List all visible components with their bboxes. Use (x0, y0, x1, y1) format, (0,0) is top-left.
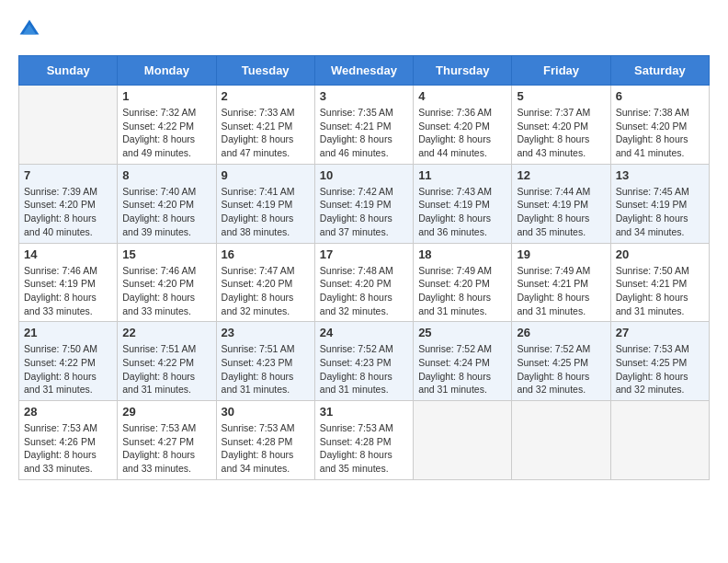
calendar-cell: 20Sunrise: 7:50 AMSunset: 4:21 PMDayligh… (610, 243, 709, 322)
day-info: Sunrise: 7:53 AMSunset: 4:28 PMDaylight:… (222, 421, 310, 476)
day-info: Sunrise: 7:46 AMSunset: 4:19 PMDaylight:… (24, 264, 112, 318)
logo-icon (18, 18, 40, 40)
day-info: Sunrise: 7:53 AMSunset: 4:26 PMDaylight:… (24, 421, 112, 476)
calendar-cell: 19Sunrise: 7:49 AMSunset: 4:21 PMDayligh… (512, 243, 610, 322)
day-info: Sunrise: 7:50 AMSunset: 4:21 PMDaylight:… (616, 264, 704, 318)
day-number: 9 (222, 168, 310, 182)
calendar-cell: 17Sunrise: 7:48 AMSunset: 4:20 PMDayligh… (314, 243, 413, 322)
day-number: 23 (222, 326, 310, 339)
calendar-cell: 27Sunrise: 7:53 AMSunset: 4:25 PMDayligh… (610, 322, 709, 401)
day-info: Sunrise: 7:47 AMSunset: 4:20 PMDaylight:… (222, 264, 310, 318)
day-info: Sunrise: 7:53 AMSunset: 4:25 PMDaylight:… (616, 342, 704, 396)
day-info: Sunrise: 7:36 AMSunset: 4:20 PMDaylight:… (418, 106, 506, 160)
day-number: 14 (24, 247, 112, 261)
calendar-cell: 31Sunrise: 7:53 AMSunset: 4:28 PMDayligh… (314, 401, 413, 480)
calendar-cell: 3Sunrise: 7:35 AMSunset: 4:21 PMDaylight… (314, 86, 413, 165)
calendar-cell (610, 401, 709, 480)
day-info: Sunrise: 7:39 AMSunset: 4:20 PMDaylight:… (24, 185, 112, 239)
logo (18, 18, 44, 40)
calendar-cell: 18Sunrise: 7:49 AMSunset: 4:20 PMDayligh… (414, 243, 512, 322)
calendar-cell: 25Sunrise: 7:52 AMSunset: 4:24 PMDayligh… (414, 322, 512, 401)
day-number: 30 (222, 405, 310, 419)
day-info: Sunrise: 7:50 AMSunset: 4:22 PMDaylight:… (24, 342, 112, 396)
calendar-cell: 5Sunrise: 7:37 AMSunset: 4:20 PMDaylight… (512, 86, 610, 165)
calendar-week-row: 28Sunrise: 7:53 AMSunset: 4:26 PMDayligh… (19, 401, 710, 480)
day-number: 16 (222, 247, 310, 261)
day-info: Sunrise: 7:43 AMSunset: 4:19 PMDaylight:… (418, 185, 506, 239)
day-info: Sunrise: 7:52 AMSunset: 4:25 PMDaylight:… (517, 342, 605, 396)
day-number: 17 (320, 247, 408, 261)
calendar-table: SundayMondayTuesdayWednesdayThursdayFrid… (18, 55, 710, 480)
day-number: 1 (122, 89, 210, 103)
day-info: Sunrise: 7:53 AMSunset: 4:28 PMDaylight:… (320, 421, 408, 476)
day-number: 19 (517, 247, 605, 261)
calendar-cell: 6Sunrise: 7:38 AMSunset: 4:20 PMDaylight… (610, 86, 709, 165)
calendar-week-row: 1Sunrise: 7:32 AMSunset: 4:22 PMDaylight… (19, 86, 710, 165)
day-info: Sunrise: 7:52 AMSunset: 4:24 PMDaylight:… (418, 342, 506, 396)
calendar-cell: 28Sunrise: 7:53 AMSunset: 4:26 PMDayligh… (19, 401, 118, 480)
day-info: Sunrise: 7:49 AMSunset: 4:20 PMDaylight:… (418, 264, 506, 318)
day-number: 2 (222, 89, 310, 103)
calendar-cell: 11Sunrise: 7:43 AMSunset: 4:19 PMDayligh… (414, 164, 512, 243)
day-number: 25 (418, 326, 506, 339)
calendar-cell (414, 401, 512, 480)
calendar-cell: 1Sunrise: 7:32 AMSunset: 4:22 PMDaylight… (118, 86, 216, 165)
day-info: Sunrise: 7:52 AMSunset: 4:23 PMDaylight:… (320, 342, 408, 396)
calendar-cell: 9Sunrise: 7:41 AMSunset: 4:19 PMDaylight… (216, 164, 314, 243)
calendar-week-row: 7Sunrise: 7:39 AMSunset: 4:20 PMDaylight… (19, 164, 710, 243)
calendar-cell: 26Sunrise: 7:52 AMSunset: 4:25 PMDayligh… (512, 322, 610, 401)
calendar-week-row: 14Sunrise: 7:46 AMSunset: 4:19 PMDayligh… (19, 243, 710, 322)
day-number: 10 (320, 168, 408, 182)
calendar-cell: 4Sunrise: 7:36 AMSunset: 4:20 PMDaylight… (414, 86, 512, 165)
day-number: 13 (616, 168, 704, 182)
day-info: Sunrise: 7:44 AMSunset: 4:19 PMDaylight:… (517, 185, 605, 239)
day-info: Sunrise: 7:48 AMSunset: 4:20 PMDaylight:… (320, 264, 408, 318)
day-of-week-header: Saturday (610, 56, 709, 86)
day-of-week-header: Thursday (414, 56, 512, 86)
calendar-cell: 16Sunrise: 7:47 AMSunset: 4:20 PMDayligh… (216, 243, 314, 322)
calendar-cell: 24Sunrise: 7:52 AMSunset: 4:23 PMDayligh… (314, 322, 413, 401)
day-number: 12 (517, 168, 605, 182)
calendar-cell: 12Sunrise: 7:44 AMSunset: 4:19 PMDayligh… (512, 164, 610, 243)
day-of-week-header: Sunday (19, 56, 118, 86)
day-info: Sunrise: 7:42 AMSunset: 4:19 PMDaylight:… (320, 185, 408, 239)
calendar-cell: 15Sunrise: 7:46 AMSunset: 4:20 PMDayligh… (118, 243, 216, 322)
day-info: Sunrise: 7:46 AMSunset: 4:20 PMDaylight:… (122, 264, 210, 318)
day-info: Sunrise: 7:45 AMSunset: 4:19 PMDaylight:… (616, 185, 704, 239)
calendar-cell: 23Sunrise: 7:51 AMSunset: 4:23 PMDayligh… (216, 322, 314, 401)
day-info: Sunrise: 7:32 AMSunset: 4:22 PMDaylight:… (122, 106, 210, 160)
calendar-cell: 21Sunrise: 7:50 AMSunset: 4:22 PMDayligh… (19, 322, 118, 401)
day-number: 28 (24, 405, 112, 419)
day-number: 31 (320, 405, 408, 419)
day-number: 7 (24, 168, 112, 182)
calendar-cell (19, 86, 118, 165)
calendar-cell: 2Sunrise: 7:33 AMSunset: 4:21 PMDaylight… (216, 86, 314, 165)
day-number: 11 (418, 168, 506, 182)
day-info: Sunrise: 7:41 AMSunset: 4:19 PMDaylight:… (222, 185, 310, 239)
day-number: 5 (517, 89, 605, 103)
calendar-header-row: SundayMondayTuesdayWednesdayThursdayFrid… (19, 56, 710, 86)
day-info: Sunrise: 7:51 AMSunset: 4:23 PMDaylight:… (222, 342, 310, 396)
day-number: 24 (320, 326, 408, 339)
day-number: 8 (122, 168, 210, 182)
day-number: 18 (418, 247, 506, 261)
calendar-week-row: 21Sunrise: 7:50 AMSunset: 4:22 PMDayligh… (19, 322, 710, 401)
day-number: 26 (517, 326, 605, 339)
calendar-cell: 8Sunrise: 7:40 AMSunset: 4:20 PMDaylight… (118, 164, 216, 243)
day-number: 15 (122, 247, 210, 261)
day-number: 4 (418, 89, 506, 103)
calendar-cell: 30Sunrise: 7:53 AMSunset: 4:28 PMDayligh… (216, 401, 314, 480)
page-header (18, 18, 710, 40)
day-info: Sunrise: 7:51 AMSunset: 4:22 PMDaylight:… (122, 342, 210, 396)
day-number: 27 (616, 326, 704, 339)
calendar-cell: 14Sunrise: 7:46 AMSunset: 4:19 PMDayligh… (19, 243, 118, 322)
day-number: 21 (24, 326, 112, 339)
day-number: 22 (122, 326, 210, 339)
calendar-cell: 7Sunrise: 7:39 AMSunset: 4:20 PMDaylight… (19, 164, 118, 243)
day-number: 20 (616, 247, 704, 261)
day-number: 3 (320, 89, 408, 103)
calendar-cell: 13Sunrise: 7:45 AMSunset: 4:19 PMDayligh… (610, 164, 709, 243)
day-info: Sunrise: 7:37 AMSunset: 4:20 PMDaylight:… (517, 106, 605, 160)
day-info: Sunrise: 7:49 AMSunset: 4:21 PMDaylight:… (517, 264, 605, 318)
day-info: Sunrise: 7:33 AMSunset: 4:21 PMDaylight:… (222, 106, 310, 160)
